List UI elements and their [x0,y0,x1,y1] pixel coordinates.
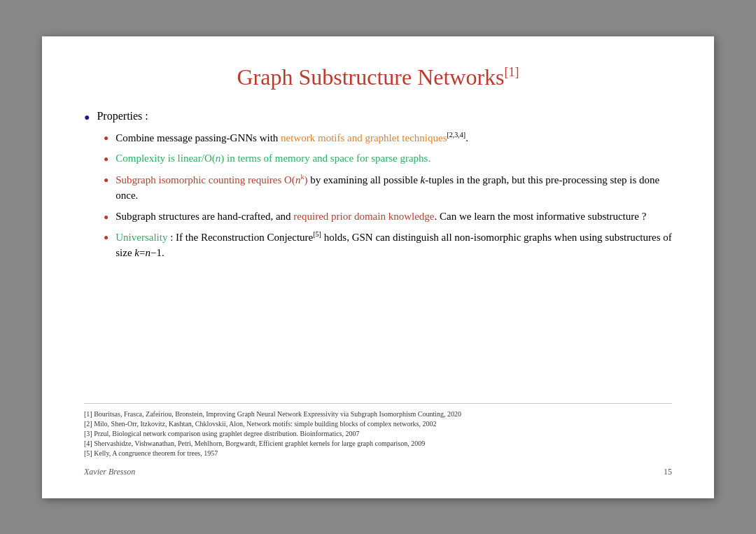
bullet-icon-3: ● [104,175,108,185]
bullet-icon-2: ● [104,154,108,164]
bullet-combine-text: Combine message passing-GNNs with networ… [115,130,468,146]
bullet-icon-properties: ● [84,112,90,123]
bullet-icon-4: ● [104,212,108,223]
slide-footer: Xavier Bresson 15 [84,467,672,477]
bullet-complexity-text: Complexity is linear/O(n) in terms of me… [115,151,430,167]
footnotes-section: [1] Bouritsas, Frasca, Zafeiriou, Bronst… [84,403,672,458]
bullet-icon-1: ● [104,133,108,143]
footer-author: Xavier Bresson [84,467,135,477]
footnote-3: [3] Przul, Biological network comparison… [84,429,672,439]
footnote-5: [5] Kelly, A congruence theorem for tree… [84,449,672,458]
bullet-subgraph-iso-text: Subgraph isomorphic counting requires O(… [115,172,672,204]
title-superscript: [1] [505,65,519,79]
properties-label: Properties : [97,110,148,122]
bullet-combine: ● Combine message passing-GNNs with netw… [104,130,672,146]
slide-title: Graph Substructure Networks[1] [84,64,672,90]
footnote-1: [1] Bouritsas, Frasca, Zafeiriou, Bronst… [84,409,672,419]
slide: Graph Substructure Networks[1] ● Propert… [42,36,714,498]
bullet-complexity: ● Complexity is linear/O(n) in terms of … [104,151,672,167]
sub-bullets-container: ● Combine message passing-GNNs with netw… [104,130,672,261]
footnote-2: [2] Milo, Shen-Orr, Itzkovitz, Kashtan, … [84,419,672,429]
properties-bullet: ● Properties : [84,110,672,123]
bullet-universality: ● Universality : If the Reconstruction C… [104,230,672,261]
footnote-4: [4] Shervashidze, Vishwanathan, Petri, M… [84,439,672,449]
title-text: Graph Substructure Networks [237,64,504,90]
bullet-icon-5: ● [104,232,108,243]
bullet-universality-text: Universality : If the Reconstruction Con… [115,230,672,261]
bullet-subgraph-struct-text: Subgraph structures are hand-crafted, an… [115,209,646,225]
bullet-subgraph-iso: ● Subgraph isomorphic counting requires … [104,172,672,204]
footer-page-number: 15 [664,467,672,477]
slide-content: ● Properties : ● Combine message passing… [84,110,672,389]
bullet-subgraph-struct: ● Subgraph structures are hand-crafted, … [104,209,672,225]
